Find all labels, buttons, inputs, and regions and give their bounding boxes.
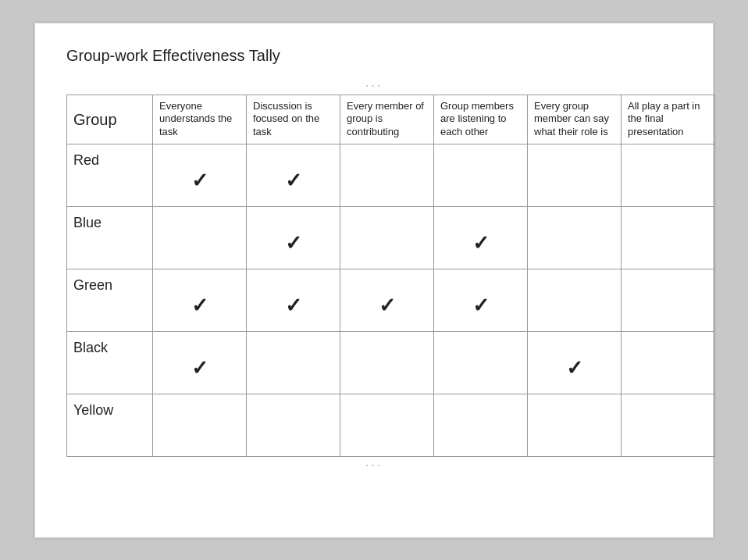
group-label-cell: Yellow — [67, 394, 153, 457]
dots-top: ··· — [66, 79, 682, 93]
group-label-cell: Green — [67, 269, 153, 332]
checkmark: ✓ — [440, 277, 521, 326]
check-cell-3-0: ✓ — [153, 332, 247, 394]
checkmark: ✓ — [159, 277, 240, 326]
check-cell-3-4: ✓ — [528, 332, 622, 394]
check-cell-2-0: ✓ — [153, 269, 247, 332]
header-row: Group Everyone understands the task Disc… — [67, 95, 715, 144]
checkmark: ✓ — [253, 152, 333, 202]
check-cell-4-1 — [247, 394, 340, 457]
check-cell-1-2 — [340, 207, 434, 269]
col-header-group: Group — [67, 95, 153, 144]
check-cell-3-3 — [434, 332, 528, 394]
col-header-3: Every member of group is contributing — [340, 95, 434, 144]
col-header-5: Every group member can say what their ro… — [528, 95, 622, 144]
check-cell-0-1: ✓ — [247, 144, 340, 207]
table-body: Red✓✓Blue✓✓Green✓✓✓✓Black✓✓Yellow — [67, 144, 715, 457]
tally-table: Group Everyone understands the task Disc… — [66, 95, 715, 458]
checkmark: ✓ — [253, 215, 333, 264]
group-label-cell: Blue — [67, 207, 153, 269]
group-label: Black — [73, 340, 108, 355]
check-cell-0-5 — [622, 144, 715, 207]
check-cell-3-2 — [340, 332, 434, 394]
table-row: Black✓✓ — [67, 332, 715, 394]
col-header-6: All play a part in the final presentatio… — [622, 95, 715, 144]
check-cell-0-0: ✓ — [153, 144, 247, 207]
page-title: Group-work Effectiveness Tally — [66, 47, 682, 65]
checkmark: ✓ — [253, 277, 333, 326]
check-cell-3-5 — [622, 332, 715, 394]
group-label-cell: Black — [67, 332, 153, 394]
checkmark: ✓ — [159, 340, 240, 389]
check-cell-1-3: ✓ — [434, 207, 528, 269]
table-row: Blue✓✓ — [67, 207, 715, 269]
check-cell-2-4 — [528, 269, 622, 332]
check-cell-0-2 — [340, 144, 434, 207]
dots-bottom: ··· — [66, 458, 682, 473]
checkmark: ✓ — [347, 277, 427, 326]
table-row: Green✓✓✓✓ — [67, 269, 715, 332]
group-label-cell: Red — [67, 144, 153, 207]
check-cell-1-1: ✓ — [247, 207, 340, 269]
check-cell-4-4 — [528, 394, 622, 457]
table-row: Yellow — [67, 394, 715, 457]
table-row: Red✓✓ — [67, 144, 715, 207]
check-cell-4-2 — [340, 394, 434, 457]
col-header-4: Group members are listening to each othe… — [434, 95, 528, 144]
page: Group-work Effectiveness Tally ··· Group… — [34, 23, 714, 538]
group-label: Blue — [73, 215, 102, 230]
check-cell-1-5 — [622, 207, 715, 269]
check-cell-3-1 — [247, 332, 340, 394]
checkmark: ✓ — [534, 340, 614, 389]
group-label: Yellow — [73, 402, 113, 418]
check-cell-0-4 — [528, 144, 622, 207]
check-cell-1-4 — [528, 207, 622, 269]
check-cell-0-3 — [434, 144, 528, 207]
group-label: Red — [73, 152, 99, 168]
check-cell-2-5 — [622, 269, 715, 332]
check-cell-2-3: ✓ — [434, 269, 528, 332]
col-header-1: Everyone understands the task — [153, 95, 247, 144]
check-cell-1-0 — [153, 207, 247, 269]
check-cell-2-1: ✓ — [247, 269, 340, 332]
col-header-2: Discussion is focused on the task — [247, 95, 340, 144]
checkmark: ✓ — [159, 152, 240, 202]
check-cell-4-5 — [622, 394, 715, 457]
check-cell-4-3 — [434, 394, 528, 457]
check-cell-4-0 — [153, 394, 247, 457]
checkmark: ✓ — [440, 215, 521, 264]
check-cell-2-2: ✓ — [340, 269, 434, 332]
group-label: Green — [73, 277, 112, 293]
